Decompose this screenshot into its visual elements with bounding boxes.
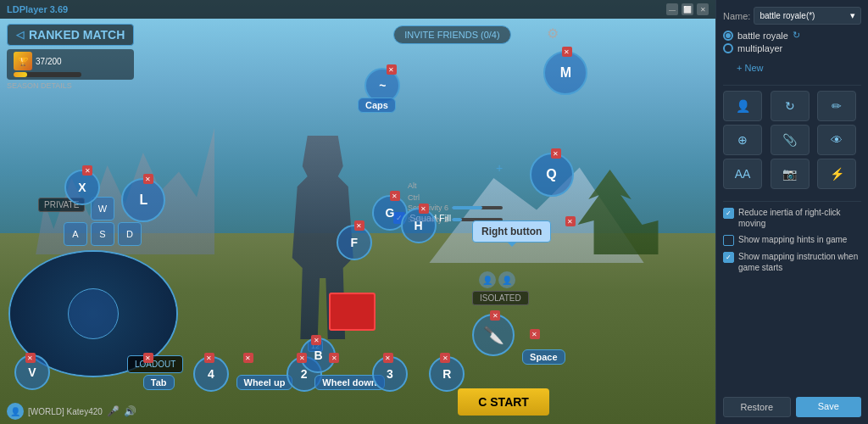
wheel-up-close[interactable]: ✕ <box>243 353 253 363</box>
profile2-radio[interactable]: multiplayer <box>723 43 861 53</box>
checkbox-3[interactable]: ✓ <box>723 252 734 263</box>
red-box <box>329 293 376 331</box>
space-key-binding[interactable]: Space <box>522 349 565 365</box>
x-key-close[interactable]: ✕ <box>82 165 92 176</box>
gear-icon[interactable]: ⚙ <box>547 25 559 42</box>
eye-tool-icon[interactable]: 👁 <box>817 125 856 155</box>
space-key-close[interactable]: ✕ <box>530 329 540 339</box>
speaker-icon[interactable]: 🔊 <box>124 405 136 417</box>
player-name: [WORLD] Katey420 <box>28 407 103 416</box>
q-key-close[interactable]: ✕ <box>551 148 561 159</box>
person-icon-2: 👤 <box>498 271 515 288</box>
tab-key-binding[interactable]: Tab <box>143 375 175 390</box>
checkbox-3-label: Show mapping instruction when game start… <box>738 251 861 273</box>
l-key-close[interactable]: ✕ <box>143 174 153 184</box>
num2-key-close[interactable]: ✕ <box>297 353 307 363</box>
profile1-label: battle royale <box>737 31 788 41</box>
divider-1 <box>723 85 861 86</box>
maximize-btn[interactable]: ⬜ <box>682 3 693 15</box>
isolated-label: ISOLATED <box>472 291 529 305</box>
num4-key-close[interactable]: ✕ <box>204 353 214 363</box>
clip-tool-icon[interactable]: 📎 <box>771 125 810 155</box>
restore-button[interactable]: Restore <box>723 397 791 417</box>
person-icon-1: 👤 <box>479 271 496 288</box>
person-icons: 👤 👤 <box>479 271 515 288</box>
radio-circle-2 <box>723 43 733 53</box>
start-label: START <box>490 395 529 409</box>
checkbox-1[interactable]: ✓ <box>723 208 734 219</box>
name-dropdown[interactable]: battle royale(*) ▾ <box>754 7 861 25</box>
v-key-close[interactable]: ✕ <box>25 353 36 363</box>
ranked-label: RANKED MATCH <box>29 28 125 42</box>
d-key[interactable]: D <box>118 222 142 246</box>
radio-circle-1 <box>723 31 733 41</box>
alt-label: Alt <box>408 181 417 190</box>
xp-bar <box>14 72 81 77</box>
checkbox-2-label: Show mapping hints in game <box>738 234 847 245</box>
app-title: LDPlayer 3.69 <box>7 4 68 14</box>
season-label: SEASON DETAILS <box>7 81 134 90</box>
ctrl-label: Ctrl <box>408 193 420 202</box>
wheel-up-binding[interactable]: Wheel up <box>236 375 293 390</box>
refresh-icon[interactable]: ↻ <box>793 30 800 41</box>
tilde-key-close[interactable]: ✕ <box>387 64 397 75</box>
panel-btn-row: Restore Save <box>723 393 861 417</box>
xp-area: 🏆 37/200 <box>7 49 134 80</box>
new-profile-button[interactable]: + New <box>737 63 861 73</box>
camera-tool-icon[interactable]: 📷 <box>771 159 810 189</box>
profile-radio-group: battle royale ↻ multiplayer <box>723 30 861 56</box>
plus-icon[interactable]: + <box>408 161 503 175</box>
checkbox-row-2: Show mapping hints in game <box>723 234 861 246</box>
m-key-binding[interactable]: M <box>543 51 587 95</box>
right-button-tooltip: Right button <box>472 220 551 243</box>
checkbox-1-label: Reduce inertia of right-click moving <box>738 207 861 229</box>
arrow-icon: ◁ <box>16 29 24 41</box>
r-key-close[interactable]: ✕ <box>440 353 450 363</box>
f-key-close[interactable]: ✕ <box>354 220 364 231</box>
profile2-label: multiplayer <box>737 43 782 53</box>
xp-value: 37/200 <box>36 57 62 66</box>
loadout-label[interactable]: LOADOUT <box>127 355 183 373</box>
invite-friends[interactable]: INVITE FRIENDS (0/4) <box>393 25 510 44</box>
b-key-close[interactable]: ✕ <box>311 335 321 345</box>
start-button[interactable]: C START <box>458 388 549 416</box>
aa-tool-icon[interactable]: AA <box>723 159 762 189</box>
h-key-close[interactable]: ✕ <box>419 204 429 214</box>
ranked-badge: ◁ RANKED MATCH <box>7 24 134 46</box>
lightning-tool-icon[interactable]: ⚡ <box>817 159 856 189</box>
m-key-close[interactable]: ✕ <box>562 47 572 57</box>
action-icon-close[interactable]: ✕ <box>490 310 500 321</box>
s-key[interactable]: S <box>91 222 114 246</box>
save-button[interactable]: Save <box>796 397 862 417</box>
profile1-radio[interactable]: battle royale ↻ <box>723 30 861 41</box>
caps-label[interactable]: Caps <box>358 98 396 113</box>
g-key-close[interactable]: ✕ <box>390 191 400 201</box>
title-bar: LDPlayer 3.69 — ⬜ ✕ <box>0 0 715 19</box>
name-label: Name: <box>723 11 750 21</box>
tab-key-close[interactable]: ✕ <box>143 353 153 363</box>
person-tool-icon[interactable]: 👤 <box>723 91 762 121</box>
checkbox-2[interactable] <box>723 235 734 246</box>
minimize-btn[interactable]: — <box>666 3 678 15</box>
tooltip-close[interactable]: ✕ <box>565 216 576 226</box>
right-panel: Name: battle royale(*) ▾ battle royale ↻… <box>715 0 868 424</box>
mic-icon[interactable]: 🎤 <box>107 405 120 417</box>
chevron-down-icon: ▾ <box>850 10 855 21</box>
name-row: Name: battle royale(*) ▾ <box>723 7 861 25</box>
num3-key-close[interactable]: ✕ <box>383 353 393 363</box>
icon-grid: 👤 ↻ ✏ ⊕ 📎 👁 AA 📷 ⚡ <box>723 91 861 189</box>
divider-2 <box>723 201 861 202</box>
checkbox-row-1: ✓ Reduce inertia of right-click moving <box>723 207 861 229</box>
game-area: LDPlayer 3.69 — ⬜ ✕ ◁ RANKED MATCH 🏆 37/… <box>0 0 715 424</box>
edit-tool-icon[interactable]: ✏ <box>817 91 856 121</box>
checkbox-row-3: ✓ Show mapping instruction when game sta… <box>723 251 861 273</box>
close-btn[interactable]: ✕ <box>697 3 709 15</box>
sync-tool-icon[interactable]: ↻ <box>771 91 810 121</box>
wheel-down-close[interactable]: ✕ <box>329 353 339 363</box>
tooltip-arrow <box>507 242 517 247</box>
crosshair-tool-icon[interactable]: ⊕ <box>723 125 762 155</box>
q-key-binding[interactable]: Q <box>530 153 574 197</box>
c-key-label: C <box>478 395 487 409</box>
a-key[interactable]: A <box>64 222 87 246</box>
